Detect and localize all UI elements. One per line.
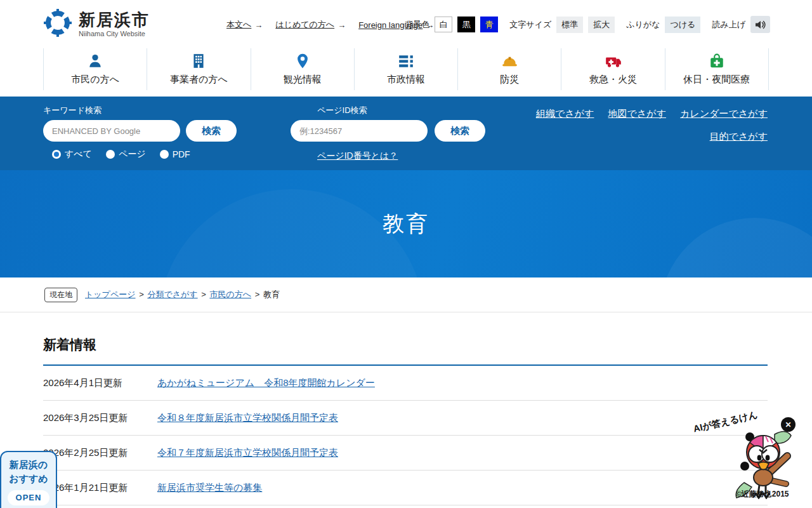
link-search-by-calendar[interactable]: カレンダーでさがす bbox=[680, 108, 768, 119]
breadcrumb-separator: > bbox=[139, 290, 144, 299]
news-section-heading: 新着情報 bbox=[43, 336, 768, 366]
map-pin-icon bbox=[294, 53, 311, 69]
niihama-city-emblem-icon bbox=[43, 8, 72, 40]
news-row: 2026年3月25日更新 令和８年度新居浜市立学校関係月間予定表 bbox=[43, 401, 768, 436]
nav-label: 防災 bbox=[500, 74, 519, 86]
news-date: 2026年4月1日更新 bbox=[43, 377, 157, 389]
site-title: 新居浜市 bbox=[79, 11, 150, 29]
radio-label: PDF bbox=[173, 149, 190, 159]
news-link[interactable]: 新居浜市奨学生等の募集 bbox=[157, 482, 262, 494]
site-subtitle: Niihama City Website bbox=[79, 30, 150, 37]
page-id-search-label: ページID検索 bbox=[317, 105, 367, 116]
news-date: 2026年1月21日更新 bbox=[43, 482, 157, 494]
fire-truck-icon bbox=[605, 53, 622, 69]
radio-page[interactable]: ページ bbox=[106, 149, 146, 160]
recommend-text: 新居浜の bbox=[10, 458, 48, 472]
nav-item-emergency[interactable]: 救急・火災 bbox=[561, 48, 664, 90]
furigana-label: ふりがな bbox=[626, 19, 660, 30]
breadcrumb-category[interactable]: 分類でさがす bbox=[147, 290, 197, 299]
breadcrumb-separator: > bbox=[201, 290, 206, 299]
readout-label: 読み上げ bbox=[712, 19, 745, 30]
building-icon bbox=[190, 53, 207, 69]
utility-header: 新居浜市 Niihama City Website 本文へ→ はじめての方へ→ … bbox=[0, 0, 812, 48]
breadcrumb-separator: > bbox=[255, 290, 260, 299]
hero-banner: 教育 bbox=[0, 170, 812, 277]
radio-icon bbox=[106, 150, 115, 159]
mascot-image[interactable] bbox=[731, 424, 796, 499]
bg-white-button[interactable]: 白 bbox=[435, 17, 452, 32]
nav-label: 観光情報 bbox=[284, 74, 322, 86]
helmet-icon bbox=[501, 53, 518, 69]
bg-black-button[interactable]: 黒 bbox=[457, 17, 475, 32]
mascot-copyright: ©近藤勝也2015 bbox=[736, 489, 789, 500]
news-link[interactable]: 令和８年度新居浜市立学校関係月間予定表 bbox=[157, 412, 338, 424]
nav-label: 休日・夜間医療 bbox=[683, 74, 750, 86]
font-size-label: 文字サイズ bbox=[509, 19, 551, 30]
page-id-input[interactable] bbox=[291, 120, 428, 142]
news-date: 2026年3月25日更新 bbox=[43, 412, 157, 424]
radio-icon bbox=[160, 150, 169, 159]
news-link[interactable]: あかがねミュージアム 令和8年度開館カレンダー bbox=[157, 377, 375, 389]
list-icon bbox=[398, 53, 414, 69]
arrow-right-icon: → bbox=[254, 20, 263, 30]
breadcrumb-current: 教育 bbox=[263, 290, 280, 299]
hero-decor-circle bbox=[660, 218, 812, 277]
arrow-right-icon: → bbox=[337, 20, 346, 30]
link-search-by-org[interactable]: 組織でさがす bbox=[536, 108, 594, 119]
open-button[interactable]: OPEN bbox=[8, 490, 50, 506]
first-aid-kit-icon bbox=[709, 53, 725, 69]
nav-item-city-info[interactable]: 市政情報 bbox=[354, 48, 457, 90]
furigana-toggle-button[interactable]: つける bbox=[665, 17, 700, 33]
skip-link-firsttime[interactable]: はじめての方へ bbox=[275, 19, 334, 30]
link-search-by-map[interactable]: 地図でさがす bbox=[608, 108, 666, 119]
radio-all[interactable]: すべて bbox=[52, 149, 92, 160]
nav-item-disaster[interactable]: 防災 bbox=[457, 48, 561, 90]
nav-item-citizens[interactable]: 市民の方へ bbox=[43, 48, 147, 90]
person-icon bbox=[87, 53, 103, 69]
recommend-text: おすすめ bbox=[9, 472, 48, 486]
nav-label: 事業者の方へ bbox=[170, 74, 228, 86]
recommend-widget[interactable]: 新居浜の おすすめ OPEN bbox=[0, 451, 57, 508]
main-content: 新着情報 2026年4月1日更新 あかがねミュージアム 令和8年度開館カレンダー… bbox=[43, 312, 768, 505]
breadcrumb-top-page[interactable]: トップページ bbox=[85, 290, 136, 299]
page-id-help-link[interactable]: ページID番号とは？ bbox=[317, 150, 398, 162]
nav-item-business[interactable]: 事業者の方へ bbox=[147, 48, 250, 90]
news-link[interactable]: 令和７年度新居浜市立学校関係月間予定表 bbox=[157, 447, 338, 459]
bg-blue-button[interactable]: 青 bbox=[480, 17, 498, 32]
font-large-button[interactable]: 拡大 bbox=[588, 17, 615, 33]
breadcrumb-citizens[interactable]: 市民の方へ bbox=[209, 290, 251, 299]
keyword-filter-radios: すべて ページ PDF bbox=[52, 149, 190, 160]
speaker-icon[interactable] bbox=[750, 16, 770, 33]
nav-label: 救急・火災 bbox=[589, 74, 637, 86]
page-title: 教育 bbox=[383, 210, 429, 239]
news-row: 2026年2月25日更新 令和７年度新居浜市立学校関係月間予定表 bbox=[43, 436, 768, 471]
nav-label: 市民の方へ bbox=[71, 74, 119, 86]
news-row: 2026年4月1日更新 あかがねミュージアム 令和8年度開館カレンダー bbox=[43, 366, 768, 401]
radio-icon bbox=[52, 150, 61, 159]
keyword-search-input[interactable] bbox=[43, 120, 180, 142]
news-date: 2026年2月25日更新 bbox=[43, 447, 157, 459]
search-band: キーワード検索 検索 すべて ページ PDF ページID検索 検索 ページID番… bbox=[0, 97, 812, 170]
radio-label: ページ bbox=[119, 149, 146, 160]
current-location-badge: 現在地 bbox=[44, 288, 77, 302]
news-row: 2026年1月21日更新 新居浜市奨学生等の募集 bbox=[43, 471, 768, 505]
skip-link-main[interactable]: 本文へ bbox=[226, 19, 251, 30]
main-nav: 市民の方へ 事業者の方へ 観光情報 bbox=[43, 48, 769, 90]
nav-item-tourism[interactable]: 観光情報 bbox=[251, 48, 354, 90]
keyword-search-label: キーワード検索 bbox=[43, 105, 102, 116]
keyword-search-button[interactable]: 検索 bbox=[186, 120, 237, 142]
site-logo[interactable]: 新居浜市 Niihama City Website bbox=[43, 8, 150, 40]
breadcrumb: 現在地 トップページ > 分類でさがす > 市民の方へ > 教育 bbox=[0, 277, 812, 312]
link-search-by-purpose[interactable]: 目的でさがす bbox=[710, 131, 768, 142]
accessibility-controls: 背景色 白 黒 青 文字サイズ 標準 拡大 ふりがな つける 読み上げ bbox=[398, 16, 770, 33]
quick-links: 組織でさがす 地図でさがす カレンダーでさがす 目的でさがす bbox=[525, 108, 768, 154]
news-list: 2026年4月1日更新 あかがねミュージアム 令和8年度開館カレンダー 2026… bbox=[43, 366, 768, 505]
font-standard-button[interactable]: 標準 bbox=[556, 17, 583, 33]
radio-pdf[interactable]: PDF bbox=[160, 149, 190, 160]
nav-item-holiday-medical[interactable]: 休日・夜間医療 bbox=[665, 48, 769, 90]
radio-label: すべて bbox=[65, 149, 92, 160]
bg-color-label: 背景色 bbox=[405, 19, 429, 30]
nav-label: 市政情報 bbox=[387, 74, 425, 86]
page-id-search-button[interactable]: 検索 bbox=[435, 120, 485, 142]
